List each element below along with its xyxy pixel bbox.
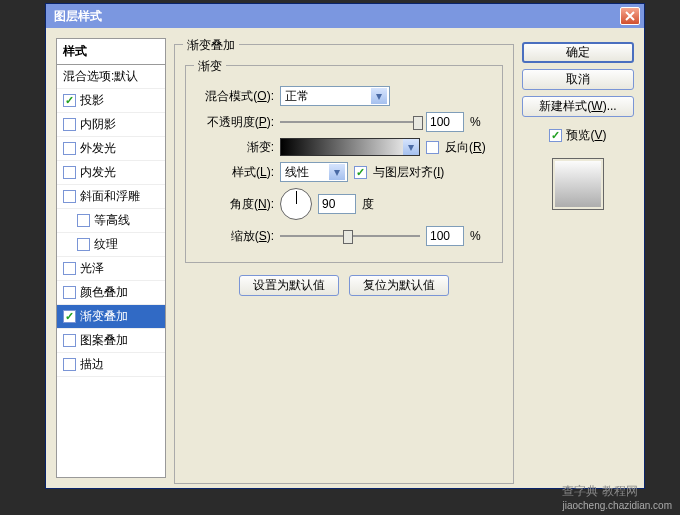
chevron-down-icon: ▾	[371, 88, 387, 104]
style-checkbox[interactable]	[63, 334, 76, 347]
styles-header: 样式	[57, 39, 165, 65]
opacity-row: 不透明度(P): 100 %	[196, 112, 492, 132]
blend-mode-value: 正常	[285, 88, 309, 105]
style-item-label: 纹理	[94, 236, 118, 253]
section-group: 渐变叠加 渐变 混合模式(O): 正常 ▾ 不透明度(P): 100	[174, 44, 514, 484]
layer-style-dialog: 图层样式 样式 混合选项:默认✓投影内阴影外发光内发光斜面和浮雕等高线纹理光泽颜…	[45, 3, 645, 489]
style-item[interactable]: 混合选项:默认	[57, 65, 165, 89]
style-item[interactable]: 等高线	[57, 209, 165, 233]
style-item[interactable]: 图案叠加	[57, 329, 165, 353]
preview-label: 预览(V)	[566, 127, 606, 144]
blend-mode-row: 混合模式(O): 正常 ▾	[196, 86, 492, 106]
align-checkbox[interactable]: ✓	[354, 166, 367, 179]
style-item[interactable]: 光泽	[57, 257, 165, 281]
styles-list: 混合选项:默认✓投影内阴影外发光内发光斜面和浮雕等高线纹理光泽颜色叠加✓渐变叠加…	[57, 65, 165, 377]
gradient-row: 渐变: ▾ 反向(R)	[196, 138, 492, 156]
angle-unit: 度	[362, 196, 374, 213]
close-button[interactable]	[620, 7, 640, 25]
style-item[interactable]: 外发光	[57, 137, 165, 161]
style-checkbox[interactable]	[63, 118, 76, 131]
scale-input[interactable]: 100	[426, 226, 464, 246]
dialog-title: 图层样式	[54, 8, 102, 25]
scale-label: 缩放(S):	[196, 228, 274, 245]
gradient-group: 渐变 混合模式(O): 正常 ▾ 不透明度(P): 100 %	[185, 65, 503, 263]
style-item-label: 光泽	[80, 260, 104, 277]
cancel-button[interactable]: 取消	[522, 69, 634, 90]
style-label: 样式(L):	[196, 164, 274, 181]
scale-row: 缩放(S): 100 %	[196, 226, 492, 246]
style-checkbox[interactable]: ✓	[63, 94, 76, 107]
style-item[interactable]: 内阴影	[57, 113, 165, 137]
style-value: 线性	[285, 164, 309, 181]
style-item[interactable]: 斜面和浮雕	[57, 185, 165, 209]
chevron-down-icon: ▾	[403, 139, 419, 155]
ok-button[interactable]: 确定	[522, 42, 634, 63]
gradient-swatch[interactable]: ▾	[280, 138, 420, 156]
new-style-button[interactable]: 新建样式(W)...	[522, 96, 634, 117]
style-checkbox[interactable]	[63, 190, 76, 203]
action-panel: 确定 取消 新建样式(W)... ✓ 预览(V)	[522, 42, 634, 478]
opacity-label: 不透明度(P):	[196, 114, 274, 131]
style-checkbox[interactable]	[63, 166, 76, 179]
angle-label: 角度(N):	[196, 196, 274, 213]
align-label: 与图层对齐(I)	[373, 164, 444, 181]
style-item[interactable]: ✓投影	[57, 89, 165, 113]
preview-checkbox[interactable]: ✓	[549, 129, 562, 142]
reset-default-button[interactable]: 复位为默认值	[349, 275, 449, 296]
close-icon	[625, 11, 635, 21]
styles-panel: 样式 混合选项:默认✓投影内阴影外发光内发光斜面和浮雕等高线纹理光泽颜色叠加✓渐…	[56, 38, 166, 478]
style-checkbox[interactable]	[63, 142, 76, 155]
style-item-label: 混合选项:默认	[63, 68, 138, 85]
angle-row: 角度(N): 90 度	[196, 188, 492, 220]
style-select[interactable]: 线性 ▾	[280, 162, 348, 182]
opacity-unit: %	[470, 115, 481, 129]
section-title: 渐变叠加	[183, 37, 239, 54]
style-item[interactable]: 纹理	[57, 233, 165, 257]
preview-row: ✓ 预览(V)	[522, 127, 634, 144]
style-checkbox[interactable]	[63, 358, 76, 371]
style-item-label: 等高线	[94, 212, 130, 229]
style-item-label: 图案叠加	[80, 332, 128, 349]
chevron-down-icon: ▾	[329, 164, 345, 180]
style-item-label: 斜面和浮雕	[80, 188, 140, 205]
style-checkbox[interactable]: ✓	[63, 310, 76, 323]
scale-slider[interactable]	[280, 228, 420, 244]
scale-unit: %	[470, 229, 481, 243]
style-row: 样式(L): 线性 ▾ ✓ 与图层对齐(I)	[196, 162, 492, 182]
style-item-label: 投影	[80, 92, 104, 109]
gradient-group-title: 渐变	[194, 58, 226, 75]
gradient-label: 渐变:	[196, 139, 274, 156]
style-item[interactable]: 内发光	[57, 161, 165, 185]
opacity-input[interactable]: 100	[426, 112, 464, 132]
reverse-label: 反向(R)	[445, 139, 486, 156]
angle-dial[interactable]	[280, 188, 312, 220]
blend-mode-select[interactable]: 正常 ▾	[280, 86, 390, 106]
style-checkbox[interactable]	[63, 262, 76, 275]
opacity-slider[interactable]	[280, 114, 420, 130]
dialog-content: 样式 混合选项:默认✓投影内阴影外发光内发光斜面和浮雕等高线纹理光泽颜色叠加✓渐…	[46, 28, 644, 488]
style-item-label: 外发光	[80, 140, 116, 157]
style-item[interactable]: 描边	[57, 353, 165, 377]
set-default-button[interactable]: 设置为默认值	[239, 275, 339, 296]
style-item-label: 颜色叠加	[80, 284, 128, 301]
blend-mode-label: 混合模式(O):	[196, 88, 274, 105]
angle-input[interactable]: 90	[318, 194, 356, 214]
style-item-label: 渐变叠加	[80, 308, 128, 325]
style-item[interactable]: ✓渐变叠加	[57, 305, 165, 329]
style-item[interactable]: 颜色叠加	[57, 281, 165, 305]
settings-panel: 渐变叠加 渐变 混合模式(O): 正常 ▾ 不透明度(P): 100	[174, 38, 514, 478]
style-item-label: 内发光	[80, 164, 116, 181]
style-item-label: 内阴影	[80, 116, 116, 133]
watermark: 查字典 教程网 jiaocheng.chazidian.com	[562, 483, 672, 511]
reverse-checkbox[interactable]	[426, 141, 439, 154]
style-checkbox[interactable]	[77, 238, 90, 251]
preview-swatch	[552, 158, 604, 210]
style-checkbox[interactable]	[77, 214, 90, 227]
style-item-label: 描边	[80, 356, 104, 373]
titlebar: 图层样式	[46, 4, 644, 28]
style-checkbox[interactable]	[63, 286, 76, 299]
defaults-row: 设置为默认值 复位为默认值	[185, 275, 503, 296]
